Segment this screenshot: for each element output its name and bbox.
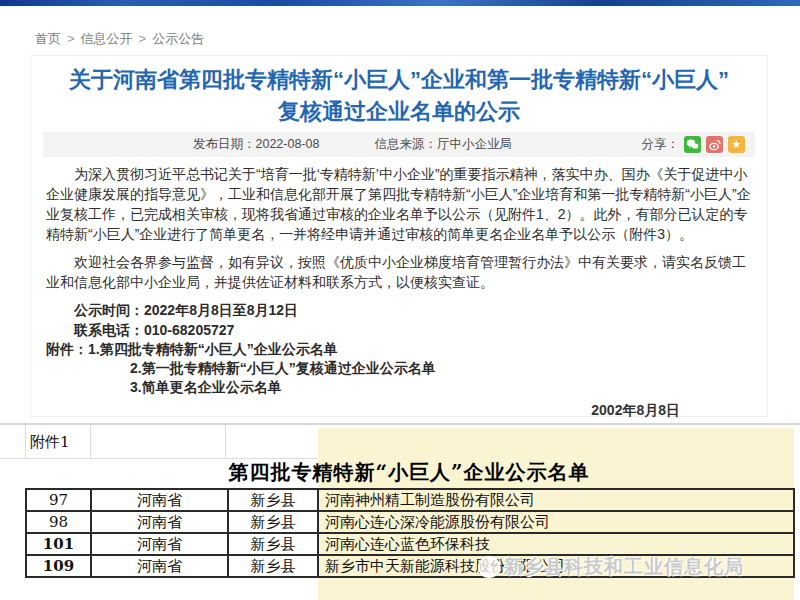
grid-line bbox=[25, 425, 26, 458]
paragraph: 欢迎社会各界参与监督，如有异议，按照《优质中小企业梯度培育管理暂行办法》中有关要… bbox=[46, 252, 752, 292]
share-group: 分享： ★ bbox=[642, 136, 746, 153]
grid-line bbox=[225, 425, 226, 458]
breadcrumb-separator: > bbox=[67, 31, 75, 46]
company-name-cell: 河南心连心深冷能源股份有限公司 bbox=[318, 511, 794, 533]
grid-line bbox=[90, 425, 91, 458]
attachment1-label: 附件1 bbox=[30, 433, 70, 452]
attachment-item-text: 2.第一批专精特新“小巨人”复核通过企业公示名单 bbox=[130, 360, 436, 376]
province-cell: 河南省 bbox=[91, 533, 228, 555]
publish-date-label: 发布日期： bbox=[193, 137, 256, 151]
attachment-list: 附件：1.第四批专精特新“小巨人”企业公示名单2.第一批专精特新“小巨人”复核通… bbox=[46, 340, 752, 397]
attachments-label: 附件： bbox=[46, 341, 88, 357]
breadcrumb-separator: > bbox=[139, 31, 147, 46]
publicity-period: 公示时间：2022年8月8日至8月12日 bbox=[46, 300, 752, 320]
county-cell: 新乡县 bbox=[228, 511, 318, 533]
table-row: 109河南省新乡县新乡市中天新能源科技股份有限公司 bbox=[26, 555, 794, 577]
table-row: 101河南省新乡县河南心连心蓝色环保科技 bbox=[26, 533, 794, 555]
attachment-item: 2.第一批专精特新“小巨人”复核通过企业公示名单 bbox=[46, 359, 752, 378]
attachment-item: 附件：1.第四批专精特新“小巨人”企业公示名单 bbox=[46, 340, 752, 359]
weibo-share-icon[interactable] bbox=[706, 136, 723, 153]
embedded-spreadsheet: 附件1 第四批专精特新“小巨人”企业公示名单 97河南省新乡县河南神州精工制造股… bbox=[0, 423, 800, 600]
attachment-item-text: 1.第四批专精特新“小巨人”企业公示名单 bbox=[88, 341, 338, 357]
breadcrumb-link[interactable]: 公示公告 bbox=[152, 31, 204, 46]
article-body: 为深入贯彻习近平总书记关于“培育一批‘专精特新’中小企业”的重要指示精神，落实中… bbox=[46, 164, 752, 419]
page-title: 关于河南省第四批专精特新“小巨人”企业和第一批专精特新“小巨人”复核通过企业名单… bbox=[69, 64, 729, 128]
county-cell: 新乡县 bbox=[228, 555, 318, 577]
breadcrumb-link[interactable]: 信息公开 bbox=[81, 31, 133, 46]
company-name-cell: 河南心连心蓝色环保科技 bbox=[318, 533, 794, 555]
row-number-cell: 101 bbox=[26, 533, 91, 555]
publish-date: 发布日期：2022-08-08 bbox=[193, 136, 319, 153]
publish-date-value: 2022-08-08 bbox=[256, 137, 320, 151]
row-number-cell: 98 bbox=[26, 511, 91, 533]
attachment-item-text: 3.简单更名企业公示名单 bbox=[130, 379, 282, 395]
site-top-bar bbox=[0, 0, 800, 6]
attachment-item: 3.简单更名企业公示名单 bbox=[46, 378, 752, 397]
table-row: 97河南省新乡县河南神州精工制造股份有限公司 bbox=[26, 489, 794, 511]
province-cell: 河南省 bbox=[91, 489, 228, 511]
province-cell: 河南省 bbox=[91, 555, 228, 577]
breadcrumb-link[interactable]: 首页 bbox=[35, 31, 61, 46]
info-source: 信息来源：厅中小企业局 bbox=[374, 136, 512, 153]
row-number-cell: 97 bbox=[26, 489, 91, 511]
company-name-cell: 新乡市中天新能源科技股份有限公司 bbox=[318, 555, 794, 577]
contact-phone: 联系电话：010-68205727 bbox=[46, 320, 752, 340]
row-number-cell: 109 bbox=[26, 555, 91, 577]
company-table: 97河南省新乡县河南神州精工制造股份有限公司98河南省新乡县河南心连心深冷能源股… bbox=[25, 489, 795, 578]
paragraph: 为深入贯彻习近平总书记关于“培育一批‘专精特新’中小企业”的重要指示精神，落实中… bbox=[46, 164, 752, 244]
table-title: 第四批专精特新“小巨人”企业公示名单 bbox=[25, 459, 793, 486]
info-source-value: 厅中小企业局 bbox=[437, 137, 512, 151]
company-name-cell: 河南神州精工制造股份有限公司 bbox=[318, 489, 794, 511]
wechat-share-icon[interactable] bbox=[684, 136, 701, 153]
breadcrumb: 首页>信息公开>公示公告 bbox=[35, 30, 204, 48]
county-cell: 新乡县 bbox=[228, 533, 318, 555]
article-meta-bar: 发布日期：2022-08-08 信息来源：厅中小企业局 分享： ★ bbox=[43, 132, 755, 157]
article-container: 关于河南省第四批专精特新“小巨人”企业和第一批专精特新“小巨人”复核通过企业名单… bbox=[30, 55, 768, 417]
article-date: 2002年8月8日 bbox=[46, 401, 752, 419]
province-cell: 河南省 bbox=[91, 511, 228, 533]
table-row: 98河南省新乡县河南心连心深冷能源股份有限公司 bbox=[26, 511, 794, 533]
info-source-label: 信息来源： bbox=[374, 137, 437, 151]
share-label: 分享： bbox=[642, 136, 680, 153]
county-cell: 新乡县 bbox=[228, 489, 318, 511]
star-favorite-icon[interactable]: ★ bbox=[728, 136, 745, 153]
